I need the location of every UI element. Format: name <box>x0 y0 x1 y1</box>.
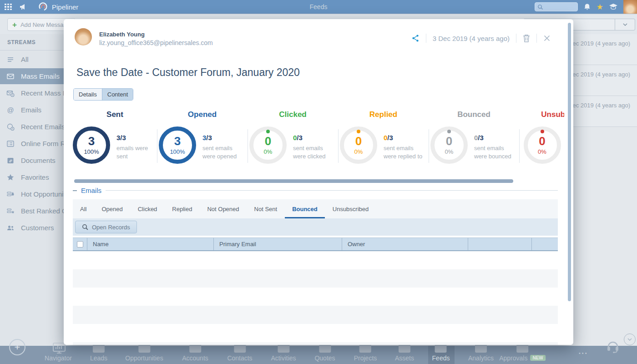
sender-name: Elizabeth Young <box>99 31 145 38</box>
column-header-empty <box>532 238 558 250</box>
tab-all[interactable]: All <box>80 206 86 212</box>
nav-label: Projects <box>354 354 377 362</box>
trash-icon[interactable] <box>523 34 530 42</box>
stat-percent: 100% <box>170 148 185 155</box>
tab-unsubscribed[interactable]: Unsubscribed <box>333 206 369 212</box>
nav-overflow-dots[interactable]: ••• <box>579 350 588 356</box>
tab-not-opened[interactable]: Not Opened <box>207 206 239 212</box>
nav-label: Quotes <box>314 354 335 362</box>
sender-avatar[interactable] <box>75 28 92 46</box>
modal-vertical-scrollbar[interactable] <box>568 23 571 301</box>
stat-dot <box>90 130 93 133</box>
sidebar-item-label: Online Form Re <box>21 140 69 147</box>
details-content-toggle: Details Content <box>73 88 133 101</box>
stats-horizontal-scrollbar[interactable] <box>74 179 513 183</box>
sidebar-item-label: Documents <box>21 157 56 164</box>
divider <box>516 34 516 43</box>
app-name: Pipeliner <box>52 3 78 11</box>
nav-analytics[interactable]: Analytics <box>468 343 494 362</box>
stat-value: 3 <box>88 135 95 147</box>
stat-title: Bounced <box>429 110 519 119</box>
megaphone-icon[interactable] <box>18 2 28 12</box>
nav-opportunities[interactable]: Opportunities <box>125 343 163 362</box>
modal-actions: 3 Dec 2019 (4 years ago) <box>411 33 551 44</box>
details-tab-button[interactable]: Details <box>74 89 102 100</box>
mass-email-clock-icon <box>6 89 15 97</box>
stat-dot <box>541 130 544 133</box>
paperclip-doc-icon <box>6 157 15 165</box>
new-badge: NEW <box>530 355 545 361</box>
column-header-owner[interactable]: Owner <box>342 238 468 250</box>
column-header-primary-email[interactable]: Primary Email <box>214 238 342 250</box>
nav-accounts[interactable]: Accounts <box>182 343 208 362</box>
nav-approvals[interactable]: ApprovalsNEW <box>499 343 546 362</box>
tab-clicked[interactable]: Clicked <box>138 206 157 212</box>
stat-dot <box>266 130 270 133</box>
stat-title: Unsubscribed <box>519 110 564 119</box>
search-icon <box>82 224 88 230</box>
stat-description: sent emails were bounced <box>474 144 517 160</box>
app-grid-icon[interactable] <box>5 4 12 10</box>
tab-replied[interactable]: Replied <box>172 206 192 212</box>
nav-activities[interactable]: Activities <box>271 343 296 362</box>
notifications-bell-icon[interactable] <box>583 3 591 11</box>
stat-ring: 0 0% <box>249 126 287 164</box>
email-clock-icon <box>6 123 15 131</box>
nav-contacts[interactable]: Contacts <box>227 343 252 362</box>
collapse-dash-icon[interactable] <box>73 190 77 191</box>
learning-cap-icon[interactable] <box>609 3 618 10</box>
collapse-chevron-button[interactable] <box>624 334 636 345</box>
stat-value: 3 <box>174 135 181 147</box>
plus-icon: + <box>12 21 17 29</box>
nav-label: Feeds <box>432 354 450 362</box>
stat-sent: Sent 3 100% 3/3 emails were sent <box>73 108 157 164</box>
stat-fraction: 0/3 <box>384 134 427 142</box>
sidebar-item-label: All <box>21 56 29 63</box>
nav-label: Activities <box>271 354 296 362</box>
stat-percent: 0% <box>445 148 454 155</box>
stat-description: sent emails were clicked <box>293 144 336 160</box>
sidebar-item-label: Favorites <box>21 173 49 181</box>
select-all-checkbox[interactable] <box>77 241 83 248</box>
stat-ring: 0 0% <box>524 126 561 164</box>
quick-add-button[interactable]: + <box>9 339 25 355</box>
stat-opened: Opened 3 100% 3/3 sent emails were opene… <box>157 108 248 164</box>
top-bar: Pipeliner Feeds ★ <box>0 0 637 14</box>
content-tab-button[interactable]: Content <box>102 89 133 100</box>
nav-label: Assets <box>395 354 414 362</box>
nav-projects[interactable]: Projects <box>354 343 377 362</box>
sidebar-item-label: Customers <box>21 224 54 232</box>
tab-bounced[interactable]: Bounced <box>292 206 318 212</box>
user-avatar[interactable] <box>623 0 637 14</box>
nav-assets[interactable]: Assets <box>395 343 414 362</box>
stat-description: sent emails were replied to <box>384 144 427 160</box>
email-stats-row: Sent 3 100% 3/3 emails were sent <box>73 108 564 177</box>
nav-leads[interactable]: Leads <box>90 343 107 362</box>
nav-label: Opportunities <box>125 354 163 362</box>
support-headset-icon[interactable] <box>605 339 621 357</box>
pipeliner-logo[interactable]: Pipeliner <box>38 2 78 12</box>
empty-table-row <box>73 306 558 324</box>
nav-quotes[interactable]: Quotes <box>314 343 335 362</box>
column-header-name[interactable]: Name <box>87 238 214 250</box>
star-icon <box>6 173 15 182</box>
close-icon[interactable] <box>543 35 551 42</box>
share-icon[interactable] <box>411 34 420 43</box>
search-input[interactable] <box>535 2 578 11</box>
search-icon <box>537 4 543 10</box>
feed-item-date: Dec 2019 (4 years ago) <box>568 40 630 47</box>
open-records-button[interactable]: Open Records <box>75 221 137 233</box>
select-all-cell <box>73 238 87 250</box>
tab-not-sent[interactable]: Not Sent <box>254 206 278 212</box>
stat-percent: 0% <box>354 148 363 155</box>
sidebar-item-label: Hot Opportuniti <box>21 190 67 198</box>
stat-fraction: 0/3 <box>474 134 517 142</box>
stat-percent: 0% <box>538 148 546 155</box>
favorites-star-icon[interactable]: ★ <box>597 3 603 11</box>
nav-navigator[interactable]: Navigator <box>45 343 72 362</box>
open-records-label: Open Records <box>92 224 130 231</box>
nav-label: Accounts <box>182 354 208 362</box>
nav-feeds[interactable]: Feeds <box>432 343 450 362</box>
chevron-down-icon <box>615 19 635 30</box>
tab-opened[interactable]: Opened <box>101 206 122 212</box>
